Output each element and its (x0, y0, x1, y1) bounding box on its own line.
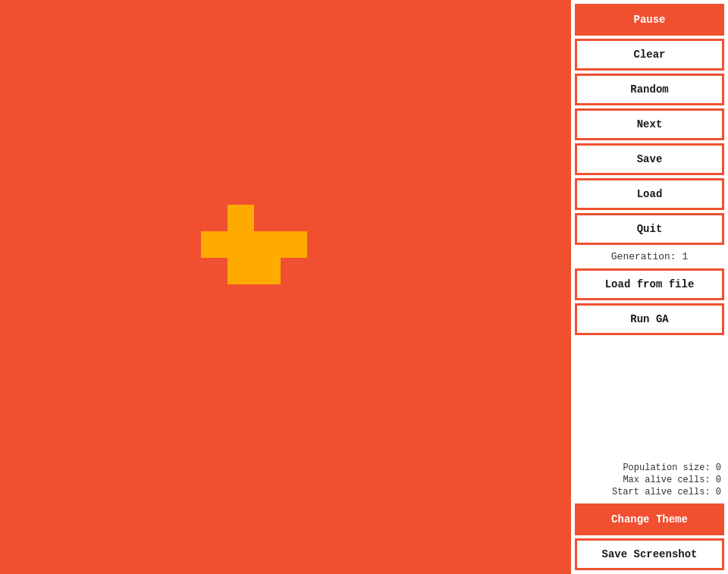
generation-label: Generation: 1 (575, 248, 724, 265)
start-alive-cells-label: Start alive cells: 0 (575, 487, 724, 497)
sidebar: Pause Clear Random Next Save Load Quit G… (569, 0, 728, 574)
max-alive-cells-label: Max alive cells: 0 (575, 475, 724, 485)
stats-section: Population size: 0 Max alive cells: 0 St… (575, 460, 724, 500)
change-theme-button[interactable]: Change Theme (575, 503, 724, 535)
load-from-file-button[interactable]: Load from file (575, 268, 724, 300)
run-ga-button[interactable]: Run GA (575, 303, 724, 335)
game-canvas[interactable] (0, 0, 569, 574)
next-button[interactable]: Next (575, 108, 724, 140)
quit-button[interactable]: Quit (575, 213, 724, 245)
save-screenshot-button[interactable]: Save Screenshot (575, 538, 724, 570)
load-button[interactable]: Load (575, 178, 724, 210)
population-size-label: Population size: 0 (575, 463, 724, 473)
clear-button[interactable]: Clear (575, 39, 724, 71)
save-button[interactable]: Save (575, 143, 724, 175)
random-button[interactable]: Random (575, 74, 724, 105)
pause-button[interactable]: Pause (575, 4, 724, 36)
